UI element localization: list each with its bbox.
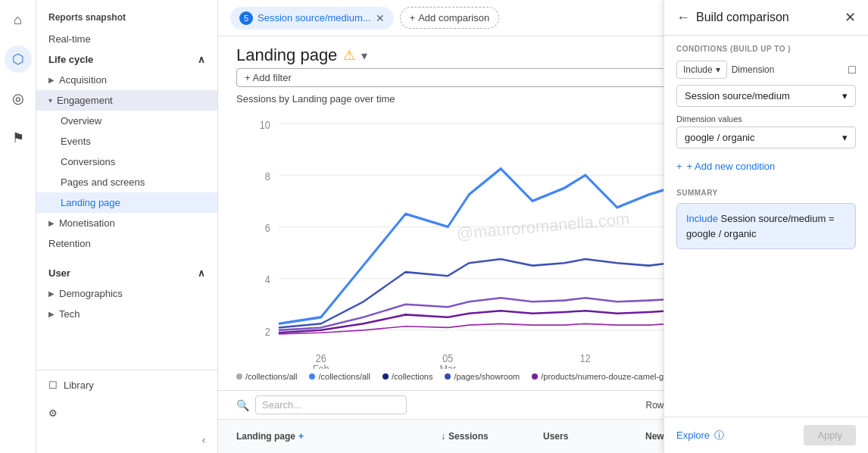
tech-link[interactable]: ▶ Tech [36,304,217,324]
lifecycle-section[interactable]: Life cycle ∧ [36,49,217,70]
page-chevron-icon[interactable]: ▾ [361,48,367,63]
legend-item-1: /collections/all [236,372,297,381]
legend-item-3: /collections [382,372,432,381]
engagement-section[interactable]: ▾ Engagement [36,90,217,111]
landing-page-link[interactable]: Landing page [36,192,217,213]
svg-text:4: 4 [265,273,270,286]
dimension-value-dropdown[interactable]: google / organic ▾ [676,127,856,148]
dimension-value-chevron-icon: ▾ [842,132,848,143]
conditions-label: CONDITIONS (BUILD UP TO ) [676,45,856,53]
page-title-text: Landing page [236,45,337,65]
add-comparison-button[interactable]: + Add comparison [400,7,500,29]
summary-section: SUMMARY Include Session source/medium = … [676,189,856,249]
build-comparison-panel: ← Build comparison ✕ CONDITIONS (BUILD U… [663,0,868,453]
events-link[interactable]: Events [36,131,217,152]
search-placeholder: Search... [262,399,301,411]
chevron-up-icon2: ∧ [198,267,205,279]
plus-icon2: + [676,161,682,172]
panel-back-button[interactable]: ← [676,10,690,26]
include-chevron-icon: ▾ [716,64,720,75]
overview-link[interactable]: Overview [36,111,217,131]
monetisation-section[interactable]: ▶ Monetisation [36,213,217,233]
panel-title: Build comparison [696,11,838,24]
arrow-right-icon4: ▶ [48,310,55,318]
svg-text:Mar: Mar [439,362,456,369]
apply-button[interactable]: Apply [804,425,856,445]
explore-info-icon: ⓘ [714,429,724,442]
main-content: 5 Session source/medium... ✕ + Add compa… [218,0,868,453]
demographics-link[interactable]: ▶ Demographics [36,283,217,304]
explore-label: Explore [676,430,710,441]
user-section[interactable]: User ∧ [36,263,217,283]
chevron-left-icon: ‹ [202,434,205,445]
summary-box: Include Session source/medium = google /… [676,203,856,249]
arrow-right-icon2: ▶ [48,219,55,227]
tab-label: Session source/medium... [258,12,371,23]
search-icon2: 🔍 [236,399,249,411]
dropdown-chevron-icon: ▾ [842,90,848,102]
settings-icon: ⚙ [48,408,58,419]
tab-close-icon[interactable]: ✕ [376,12,385,24]
panel-header: ← Build comparison ✕ [664,0,868,36]
analytics-icon[interactable]: ⬡ [5,45,32,73]
svg-text:Feb: Feb [313,362,329,369]
svg-text:12: 12 [580,351,591,365]
search-icon[interactable]: ◎ [5,85,32,112]
svg-text:6: 6 [265,221,270,235]
library-link[interactable]: ☐ Library [36,370,217,400]
legend-item-2: /collections/all [309,372,370,381]
flag-icon[interactable]: ⚑ [5,124,32,152]
panel-close-button[interactable]: ✕ [845,9,856,26]
nav-tree: Reports snapshot Real-time Life cycle ∧ … [36,0,217,370]
realtime-link[interactable]: Real-time [36,29,217,49]
add-comparison-label: Add comparison [418,12,489,23]
dimension-label: Dimension [732,64,845,75]
add-condition-button[interactable]: + + Add new condition [676,156,856,177]
reports-snapshot-link[interactable]: Reports snapshot [36,6,217,29]
pages-and-screens-link[interactable]: Pages and screens [36,172,217,192]
legend-item-5: /products/numero-douze-camel-graine [532,372,682,381]
sort-icon: ↓ [441,431,445,442]
legend-item-4: /pages/showroom [445,372,520,381]
session-source-dropdown[interactable]: Session source/medium ▾ [676,85,856,107]
col-sessions: ↓ Sessions [441,426,543,447]
svg-text:8: 8 [265,170,270,183]
svg-text:10: 10 [260,118,270,132]
col-landing-page: Landing page + [236,426,441,447]
plus-icon: + [410,12,416,23]
dimension-values-label: Dimension values [676,114,856,123]
svg-text:2: 2 [265,324,270,338]
arrow-down-icon: ▾ [48,96,52,105]
folder-icon: ☐ [48,380,58,391]
acquisition-section[interactable]: ▶ Acquisition [36,70,217,90]
arrow-right-icon3: ▶ [48,289,55,298]
trash-icon[interactable]: □ [848,63,856,77]
explore-button[interactable]: Explore ⓘ [676,429,724,442]
tab-number: 5 [239,11,253,25]
summary-include-text: Include [686,213,718,224]
nav-icons-column: ⌂ ⬡ ◎ ⚑ [0,0,36,453]
home-icon[interactable]: ⌂ [5,6,32,33]
retention-link[interactable]: Retention [36,233,217,254]
conversions-link[interactable]: Conversions [36,152,217,172]
col-users: Users [543,426,645,447]
panel-body: CONDITIONS (BUILD UP TO ) Include ▾ Dime… [664,36,868,417]
session-tab[interactable]: 5 Session source/medium... ✕ [230,7,394,30]
sidebar: Reports snapshot Real-time Life cycle ∧ … [36,0,218,453]
settings-link[interactable]: ⚙ [36,400,217,426]
add-column-icon[interactable]: + [298,431,304,442]
condition-row: Include ▾ Dimension □ [676,61,856,79]
arrow-right-icon: ▶ [48,76,55,84]
summary-label: SUMMARY [676,189,856,197]
search-input[interactable]: Search... [255,395,407,414]
collapse-button[interactable]: ‹ [36,426,217,453]
panel-footer: Explore ⓘ Apply [664,417,868,453]
chevron-up-icon: ∧ [198,54,205,65]
include-select[interactable]: Include ▾ [676,61,727,79]
page-title: Landing page ⚠ ▾ [236,45,367,65]
warning-icon: ⚠ [343,47,355,64]
